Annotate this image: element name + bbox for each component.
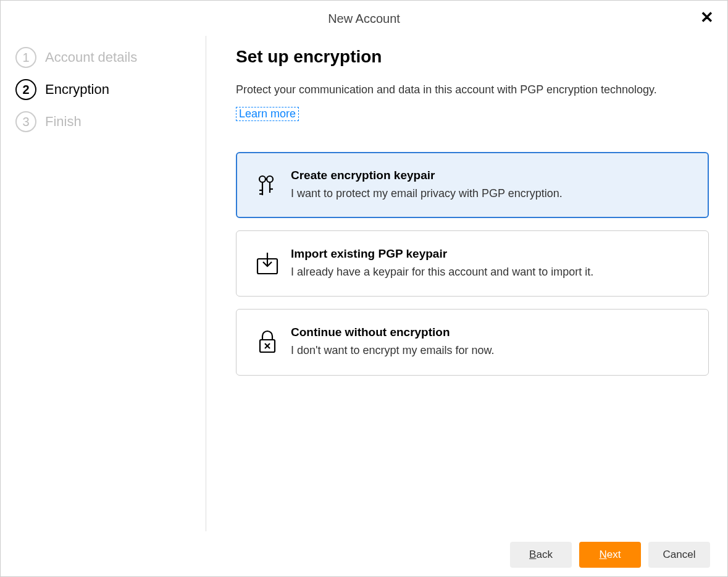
dialog-header: New Account ✕ (1, 1, 727, 36)
wizard-steps-sidebar: 1 Account details 2 Encryption 3 Finish (1, 36, 206, 531)
step-number: 3 (15, 111, 36, 132)
dialog-title: New Account (328, 12, 400, 25)
option-title: Import existing PGP keypair (291, 247, 691, 261)
step-finish[interactable]: 3 Finish (15, 111, 191, 132)
main-content: Set up encryption Protect your communica… (206, 36, 727, 531)
close-button[interactable]: ✕ (700, 9, 714, 25)
step-number: 1 (15, 47, 36, 68)
option-description: I want to protect my email privacy with … (291, 186, 691, 201)
option-no-encryption[interactable]: Continue without encryption I don't want… (236, 309, 709, 375)
page-title: Set up encryption (236, 47, 709, 67)
learn-more-link[interactable]: Learn more (236, 107, 299, 121)
step-label: Encryption (45, 82, 109, 98)
option-title: Continue without encryption (291, 326, 691, 339)
cancel-button[interactable]: Cancel (648, 542, 710, 568)
step-label: Account details (45, 49, 137, 65)
close-icon: ✕ (700, 8, 714, 27)
dialog-footer: Back Next Cancel (1, 533, 727, 576)
back-button[interactable]: Back (510, 542, 572, 568)
svg-point-1 (267, 176, 273, 182)
page-subtitle: Protect your communication and data in t… (236, 82, 709, 98)
step-label: Finish (45, 114, 82, 130)
lock-x-icon (254, 329, 291, 356)
import-icon (254, 250, 291, 277)
option-description: I don't want to encrypt my emails for no… (291, 343, 691, 358)
next-label-rest: ext (607, 549, 621, 560)
step-account-details[interactable]: 1 Account details (15, 47, 191, 68)
back-label-rest: ack (536, 549, 552, 560)
option-title: Create encryption keypair (291, 169, 691, 182)
option-description: I already have a keypair for this accoun… (291, 264, 691, 280)
svg-point-0 (259, 176, 266, 182)
option-create-keypair[interactable]: Create encryption keypair I want to prot… (236, 152, 709, 218)
step-encryption[interactable]: 2 Encryption (15, 79, 191, 100)
keypair-icon (254, 172, 291, 199)
option-import-keypair[interactable]: Import existing PGP keypair I already ha… (236, 230, 709, 297)
encryption-options: Create encryption keypair I want to prot… (236, 152, 709, 376)
next-button[interactable]: Next (579, 542, 641, 568)
step-number: 2 (15, 79, 36, 100)
